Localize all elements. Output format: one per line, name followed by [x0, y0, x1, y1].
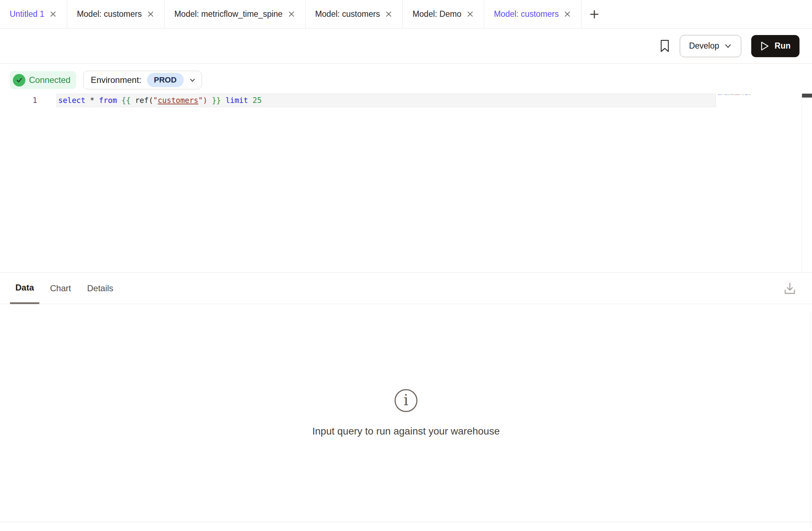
bookmark-button[interactable]: [660, 39, 670, 53]
sql-keyword: from: [99, 96, 122, 105]
close-icon[interactable]: [287, 10, 296, 18]
tab-details[interactable]: Details: [82, 273, 119, 304]
tab-model-customers-2[interactable]: Model: customers: [306, 0, 403, 28]
bottom-divider: [0, 522, 812, 524]
quote: ": [198, 96, 203, 105]
tab-label: Model: customers: [77, 9, 142, 19]
paren-close: ): [203, 96, 212, 105]
minimap[interactable]: select * from {{ ref("customers") }} lim…: [718, 94, 753, 105]
quote: ": [153, 96, 158, 105]
close-icon[interactable]: [49, 10, 57, 18]
info-icon: i: [395, 389, 417, 412]
editor-toolbar: Develop Run: [0, 29, 812, 64]
results-panel-tabs: Data Chart Details: [0, 272, 812, 304]
sql-number: 25: [253, 96, 262, 105]
tab-label: Model: metricflow_time_spine: [174, 9, 283, 19]
tab-label: Model: customers: [494, 9, 559, 19]
tab-label: Untitled 1: [10, 9, 44, 19]
develop-label: Develop: [689, 41, 719, 51]
jinja-close-braces: }}: [212, 96, 226, 105]
tab-data[interactable]: Data: [10, 273, 39, 304]
tab-label: Model: Demo: [412, 9, 461, 19]
tab-label: Model: customers: [315, 9, 380, 19]
close-icon[interactable]: [385, 10, 393, 18]
check-icon: [13, 74, 25, 86]
jinja-open-braces: {{: [122, 96, 135, 105]
tab-untitled-1[interactable]: Untitled 1: [0, 0, 67, 28]
environment-label: Environment:: [91, 75, 141, 85]
download-button[interactable]: [783, 273, 797, 304]
tab-model-customers-1[interactable]: Model: customers: [67, 0, 165, 28]
ref-model-name-link[interactable]: customers: [158, 96, 198, 105]
tab-chart[interactable]: Chart: [45, 273, 76, 304]
develop-dropdown-button[interactable]: Develop: [680, 35, 741, 57]
line-number: 1: [0, 94, 37, 107]
sql-editor[interactable]: 1 select * from {{ ref("customers") }} l…: [0, 89, 812, 272]
code-line[interactable]: select * from {{ ref("customers") }} lim…: [58, 94, 262, 107]
chevron-down-icon: [724, 42, 732, 50]
new-tab-button[interactable]: [581, 0, 607, 28]
paren-open: (: [149, 96, 153, 105]
minimap-code-line: select * from {{ ref("customers") }} lim…: [718, 94, 730, 95]
results-empty-state: i Input query to run against your wareho…: [0, 304, 812, 522]
sql-keyword: select: [58, 96, 90, 105]
environment-value-badge: PROD: [147, 73, 184, 87]
editor-tab-bar: Untitled 1 Model: customers Model: metri…: [0, 0, 812, 29]
connection-status-row: Connected Environment: PROD: [0, 64, 812, 89]
editor-scrollbar-thumb[interactable]: [802, 94, 812, 98]
chevron-down-icon: [189, 77, 196, 84]
connection-status-badge: Connected: [10, 71, 76, 89]
jinja-ref-function: ref: [135, 96, 149, 105]
plus-icon: [589, 9, 600, 20]
tab-model-metricflow-time-spine[interactable]: Model: metricflow_time_spine: [165, 0, 306, 28]
editor-scrollbar-track: [802, 94, 802, 272]
bookmark-icon: [660, 39, 670, 53]
connection-status-label: Connected: [29, 75, 70, 85]
sql-keyword: limit: [226, 96, 253, 105]
download-icon: [783, 281, 797, 296]
sql-star: *: [90, 96, 99, 105]
close-icon[interactable]: [563, 10, 571, 18]
close-icon[interactable]: [466, 10, 474, 18]
close-icon[interactable]: [147, 10, 155, 18]
tab-model-demo[interactable]: Model: Demo: [403, 0, 484, 28]
environment-selector[interactable]: Environment: PROD: [83, 71, 202, 89]
run-button[interactable]: Run: [751, 35, 799, 57]
panel-scrollbar-track: [811, 312, 811, 529]
run-label: Run: [774, 41, 791, 51]
play-icon: [760, 41, 769, 51]
empty-state-message: Input query to run against your warehous…: [312, 426, 500, 437]
tab-model-customers-3[interactable]: Model: customers: [484, 0, 582, 28]
